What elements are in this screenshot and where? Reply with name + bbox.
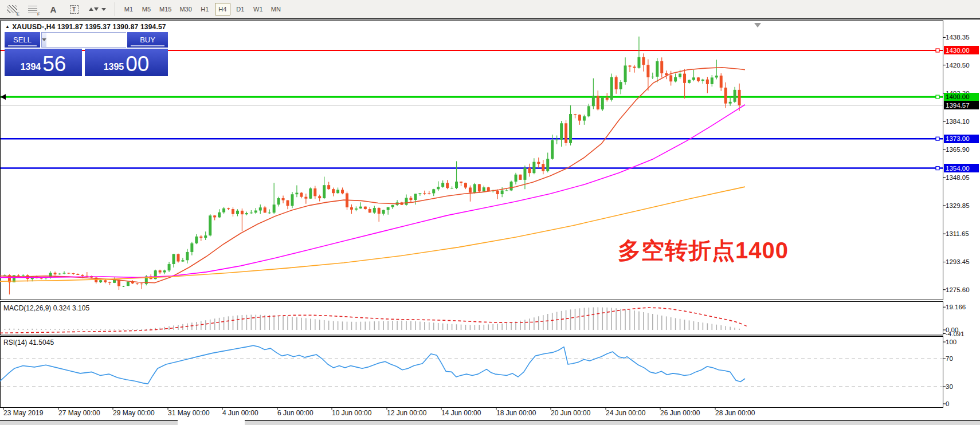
price-tick-label: 1311.65	[946, 230, 979, 238]
price-tick-label: 1275.60	[946, 286, 979, 294]
time-tick-label: 31 May 00:00	[168, 409, 210, 417]
time-tick-label: 23 May 2019	[3, 409, 43, 417]
price-tick-label: 1420.50	[946, 61, 979, 69]
time-tick-label: 27 May 00:00	[58, 409, 100, 417]
time-tick-label: 14 Jun 00:00	[441, 409, 481, 417]
chevron-down-icon	[42, 38, 46, 41]
time-tick-label: 29 May 00:00	[113, 409, 155, 417]
rsi-tick-label: 100	[946, 338, 979, 346]
time-tick-label: 18 Jun 00:00	[496, 409, 536, 417]
price-tick-label: 1329.85	[946, 202, 979, 210]
macd-tick-label: 19.166	[946, 303, 979, 311]
sell-price[interactable]: 1394 56	[5, 49, 82, 76]
chart-annotation-text[interactable]: 多空转折点1400	[618, 235, 789, 266]
volume-stepper	[41, 32, 126, 48]
macd-label: MACD(12,26,9) 0.324 3.105	[3, 304, 89, 312]
window-bottom-strip	[0, 420, 980, 425]
time-tick-label: 10 Jun 00:00	[332, 409, 371, 417]
buy-price[interactable]: 1395 00	[85, 49, 168, 76]
buy-price-pips: 00	[126, 54, 149, 74]
buy-price-integer: 1395	[104, 62, 124, 72]
price-tick-label: 1293.45	[946, 258, 979, 266]
bottom-panel-segment	[0, 420, 178, 425]
sell-button[interactable]: SELL	[5, 32, 40, 48]
time-tick-label: 6 Jun 00:00	[277, 409, 313, 417]
price-level-badge: 1373.00	[944, 135, 979, 143]
price-tick-label: 1438.35	[946, 33, 979, 41]
chart-shift-marker-icon[interactable]	[754, 23, 761, 27]
collapse-arrow-icon[interactable]: ▲	[5, 24, 10, 29]
volume-decrease-button[interactable]	[42, 33, 46, 47]
rsi-label: RSI(14) 41.5045	[3, 339, 54, 347]
time-tick-label: 24 Jun 00:00	[606, 409, 645, 417]
price-level-badge: 1394.57	[944, 101, 979, 109]
price-level-badge: 1430.00	[944, 46, 979, 54]
price-tick-label: 1365.90	[946, 145, 979, 154]
time-tick-label: 26 Jun 00:00	[660, 409, 700, 417]
time-tick-label: 4 Jun 00:00	[222, 409, 258, 417]
time-tick-label: 12 Jun 00:00	[387, 409, 426, 417]
rsi-tick-label: 30	[946, 383, 979, 391]
sell-price-pips: 56	[42, 54, 66, 74]
rsi-tick-label: 0	[946, 400, 979, 408]
sell-price-integer: 1394	[21, 62, 41, 72]
price-tick-label: 1348.05	[946, 174, 979, 182]
mt4-window: E F A T M1M5M15M30H1H4D1W1MN ▲XAUUSD-,H4…	[0, 0, 980, 425]
price-level-badge: 1354.00	[944, 164, 979, 172]
time-tick-label: 20 Jun 00:00	[551, 409, 590, 417]
price-level-badge: 1400.00	[944, 93, 979, 101]
chart-title: ▲XAUUSD-,H4 1391.87 1395.37 1390.87 1394…	[5, 23, 166, 31]
price-tick-label: 1384.10	[946, 117, 979, 125]
bottom-panel-segment	[245, 420, 980, 425]
time-tick-label: 28 Jun 00:00	[715, 409, 755, 417]
buy-button[interactable]: BUY	[127, 32, 168, 48]
macd-tick-label: -4.091	[946, 330, 979, 338]
rsi-tick-label: 70	[946, 355, 979, 363]
one-click-trading-panel: SELL BUY 1394 56 1395 00	[5, 32, 168, 76]
